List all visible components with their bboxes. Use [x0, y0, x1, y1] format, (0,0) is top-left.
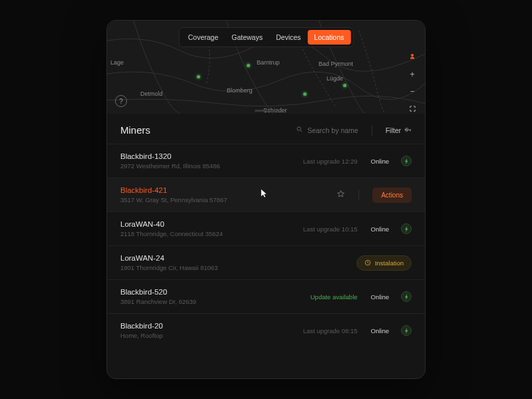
search-input[interactable]: Search by name — [296, 126, 358, 134]
status-label: Online — [371, 293, 389, 301]
search-placeholder: Search by name — [307, 126, 358, 134]
bolt-icon[interactable] — [401, 223, 412, 234]
miner-name: Blackbird-421 — [120, 186, 330, 194]
miner-address: 3517 W. Gray St, Pennsylvania 57867 — [120, 196, 330, 203]
map-place-label: Barntrup — [257, 59, 280, 66]
filter-button[interactable]: Filter �▾ — [386, 126, 412, 134]
status-label: Online — [371, 158, 389, 165]
miner-row[interactable]: Blackbird-20Home, RooftopLast upgrade 08… — [107, 313, 425, 347]
bolt-icon[interactable] — [401, 156, 412, 166]
last-upgrade-label: Last upgrade 12:29 — [303, 158, 358, 165]
status-label: Online — [371, 327, 389, 334]
bolt-icon[interactable] — [401, 325, 412, 336]
miner-name: Blackbird-1320 — [120, 152, 297, 160]
update-available-label[interactable]: Update available — [311, 293, 358, 301]
filter-label: Filter — [386, 126, 401, 134]
tab-locations[interactable]: Locations — [307, 30, 350, 45]
miner-name: LoraWAN-24 — [120, 254, 350, 262]
fullscreen-button[interactable] — [406, 102, 418, 114]
miner-row[interactable]: LoraWAN-402118 Thornridge, Connecticut 3… — [107, 211, 425, 245]
chevron-down-icon: �▾ — [404, 128, 412, 133]
miner-address: Home, Rooftop — [120, 332, 297, 339]
miner-name: Blackbird-20 — [120, 322, 297, 330]
map-controls: ＋ － — [406, 51, 418, 114]
actions-button[interactable]: Actions — [372, 188, 412, 203]
bolt-icon[interactable] — [401, 291, 412, 302]
tab-devices[interactable]: Devices — [269, 30, 307, 45]
miner-name: Blackbird-520 — [120, 288, 304, 296]
miner-address: 2118 Thornridge, Connecticut 35624 — [120, 230, 297, 237]
svg-point-1 — [297, 127, 301, 131]
list-title: Miners — [120, 124, 289, 136]
zoom-out-button[interactable]: － — [406, 85, 418, 97]
miner-info: Blackbird-5203891 Ranchview Dr, 62639 — [120, 288, 304, 305]
list-header: Miners Search by name Filter �▾ — [107, 114, 425, 144]
map-place-label: Lügde — [327, 75, 343, 82]
help-button[interactable]: ? — [115, 95, 127, 107]
zoom-in-button[interactable]: ＋ — [406, 68, 418, 80]
installation-badge: Instalation — [356, 255, 412, 271]
tab-gateways[interactable]: Gateways — [225, 30, 269, 45]
status-label: Online — [371, 225, 389, 233]
miner-info: Blackbird-20Home, Rooftop — [120, 322, 297, 339]
svg-point-0 — [411, 54, 414, 57]
map-place-label: Blomberg — [227, 87, 253, 94]
miner-info: Blackbird-4213517 W. Gray St, Pennsylvan… — [120, 186, 330, 203]
miner-name: LoraWAN-40 — [120, 220, 297, 228]
miner-row[interactable]: Blackbird-5203891 Ranchview Dr, 62639Upd… — [107, 279, 425, 313]
search-icon — [296, 126, 303, 134]
miner-address: 2972 Westheimer Rd, Illinois 85486 — [120, 162, 297, 170]
tab-coverage[interactable]: Coverage — [182, 30, 225, 45]
divider — [358, 190, 359, 200]
last-upgrade-label: Last upgrade 08:15 — [303, 327, 358, 334]
miner-address: 1901 Thornridge Cir, Hawaii 81063 — [120, 264, 350, 271]
miner-row[interactable]: Blackbird-4213517 W. Gray St, Pennsylvan… — [107, 178, 425, 211]
map-marker[interactable] — [247, 64, 250, 67]
miner-row[interactable]: Blackbird-13202972 Westheimer Rd, Illino… — [107, 144, 425, 178]
map-place-label: Detmold — [140, 90, 163, 97]
map-area[interactable]: LageDetmoldBarntrupBlombergSchiederBad P… — [107, 21, 425, 114]
map-place-label: Lage — [110, 59, 124, 66]
miners-list: Blackbird-13202972 Westheimer Rd, Illino… — [107, 144, 425, 378]
map-marker[interactable] — [197, 75, 200, 78]
miner-row[interactable]: LoraWAN-241901 Thornridge Cir, Hawaii 81… — [107, 245, 425, 279]
locate-me-icon[interactable] — [406, 51, 418, 63]
miner-address: 3891 Ranchview Dr, 62639 — [120, 298, 304, 305]
nav-tabs: CoverageGatewaysDevicesLocations — [179, 27, 354, 47]
drag-handle[interactable] — [255, 110, 277, 112]
miner-info: LoraWAN-241901 Thornridge Cir, Hawaii 81… — [120, 254, 350, 271]
star-icon[interactable] — [336, 189, 345, 201]
miner-info: LoraWAN-402118 Thornridge, Connecticut 3… — [120, 220, 297, 237]
map-place-label: Bad Pyrmont — [319, 61, 353, 67]
miners-panel: LageDetmoldBarntrupBlombergSchiederBad P… — [106, 20, 426, 379]
miner-info: Blackbird-13202972 Westheimer Rd, Illino… — [120, 152, 297, 170]
divider — [372, 125, 372, 136]
map-marker[interactable] — [343, 84, 346, 87]
last-upgrade-label: Last upgrade 10:15 — [303, 225, 358, 233]
map-marker[interactable] — [303, 92, 307, 96]
